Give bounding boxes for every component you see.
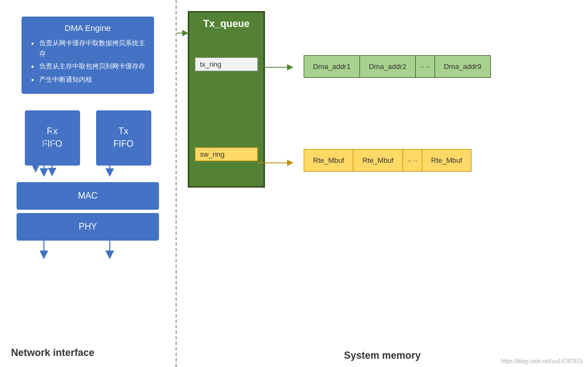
dma-addr-row: Dma_addr1 Dma_addr2 ·· ·· Dma_addr9: [304, 55, 491, 78]
mac-phy-section: MAC PHY: [11, 182, 165, 241]
mac-label: MAC: [78, 191, 98, 201]
fifo-row: RxFIFO TxFIFO: [11, 110, 165, 166]
phy-box: PHY: [17, 213, 159, 241]
tx-queue-box: Tx_queue tx_ring sw_ring: [188, 11, 265, 188]
dma-cell-1: Dma_addr1: [304, 55, 360, 78]
mbuf-cell-2: Rte_Mbuf: [353, 149, 402, 172]
main-container: DMA Engine 负责从网卡缓存中取数据拷贝系统主存 负责从主存中取包拷贝到…: [0, 0, 588, 367]
mbuf-dots: ·· ··: [403, 149, 422, 172]
tx-queue-section: Tx_queue tx_ring sw_ring: [188, 11, 265, 188]
mbuf-cell-1: Rte_Mbuf: [304, 149, 353, 172]
mbuf-cell-last: Rte_Mbuf: [422, 149, 472, 172]
phy-label: PHY: [79, 222, 97, 232]
network-interface-label: Network interface: [11, 347, 94, 358]
left-panel: DMA Engine 负责从网卡缓存中取数据拷贝系统主存 负责从主存中取包拷贝到…: [0, 0, 177, 367]
bullet-2: 负责从主存中取包拷贝到网卡缓存存: [39, 61, 145, 72]
mbuf-row: Rte_Mbuf Rte_Mbuf ·· ·· Rte_Mbuf: [304, 149, 472, 172]
tx-queue-title: Tx_queue: [195, 18, 258, 30]
tx-fifo-label: TxFIFO: [113, 125, 133, 150]
bullet-1: 负责从网卡缓存中取数据拷贝系统主存: [39, 38, 145, 59]
bullet-3: 产生中断通知内核: [39, 75, 145, 85]
rx-fifo-label: RxFIFO: [42, 125, 62, 150]
dma-engine-title: DMA Engine: [30, 23, 145, 33]
dma-dots: ·· ··: [416, 55, 435, 78]
right-panel: Tx_queue tx_ring sw_ring Dma_addr1 Dma_a…: [177, 0, 588, 367]
watermark: https://blog.csdn.net/uu14787815: [501, 358, 582, 364]
dma-cell-9: Dma_addr9: [435, 55, 491, 78]
sw-ring-box: sw_ring: [195, 147, 258, 161]
system-memory-label: System memory: [344, 350, 421, 361]
tx-ring-box: tx_ring: [195, 57, 258, 71]
dma-engine-bullets: 负责从网卡缓存中取数据拷贝系统主存 负责从主存中取包拷贝到网卡缓存存 产生中断通…: [30, 38, 145, 85]
rx-fifo-box: RxFIFO: [25, 110, 80, 166]
dma-engine-box: DMA Engine 负责从网卡缓存中取数据拷贝系统主存 负责从主存中取包拷贝到…: [22, 17, 154, 94]
tx-fifo-box: TxFIFO: [96, 110, 151, 166]
dma-cell-2: Dma_addr2: [360, 55, 416, 78]
mac-box: MAC: [17, 182, 159, 210]
left-content: DMA Engine 负责从网卡缓存中取数据拷贝系统主存 负责从主存中取包拷贝到…: [0, 0, 176, 367]
